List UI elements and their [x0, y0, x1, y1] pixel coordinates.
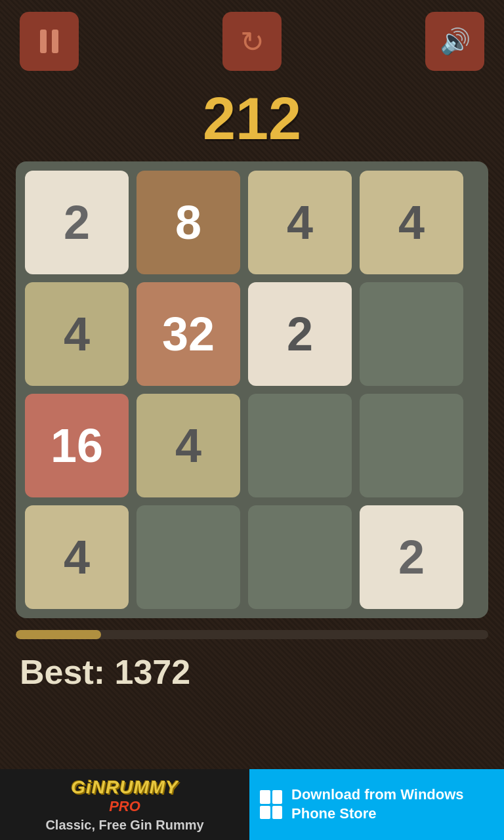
- ad-cta-text: Download from Windows Phone Store: [291, 786, 494, 823]
- toolbar: ↻ 🔊: [0, 0, 504, 83]
- tile-0-3: 4: [360, 171, 463, 274]
- tile-1-1: 32: [136, 282, 240, 386]
- score-display: 212: [0, 83, 504, 161]
- pause-icon: [40, 30, 58, 53]
- tile-value-1-1: 32: [162, 307, 215, 361]
- tile-value-2-1: 4: [175, 419, 201, 472]
- tile-0-1: 8: [136, 171, 240, 274]
- progress-bar-fill: [16, 630, 101, 639]
- pause-button[interactable]: [20, 12, 79, 71]
- tile-2-0: 16: [25, 394, 129, 497]
- tile-0-0: 2: [25, 171, 129, 274]
- ad-cta-button[interactable]: Download from Windows Phone Store: [249, 769, 504, 840]
- best-score-section: Best: 1372: [0, 639, 504, 698]
- tile-value-1-0: 4: [64, 307, 90, 361]
- tile-value-0-3: 4: [398, 196, 425, 249]
- tile-3-0: 4: [25, 505, 129, 609]
- tile-3-2: [248, 505, 352, 609]
- tile-3-1: [136, 505, 240, 609]
- tile-value-1-2: 2: [287, 307, 313, 361]
- ad-left: GiNRUMMY PRO Classic, Free Gin Rummy: [0, 769, 249, 840]
- ad-banner[interactable]: GiNRUMMY PRO Classic, Free Gin Rummy Dow…: [0, 769, 504, 840]
- game-board[interactable]: 2844432216442: [16, 161, 488, 618]
- tile-value-0-0: 2: [64, 196, 90, 249]
- ad-subtitle: Classic, Free Gin Rummy: [45, 818, 203, 833]
- sound-icon: 🔊: [440, 27, 471, 56]
- tile-1-3: [360, 282, 463, 386]
- sound-button[interactable]: 🔊: [425, 12, 484, 71]
- tile-3-3: 2: [360, 505, 463, 609]
- tile-value-0-2: 4: [287, 196, 313, 249]
- progress-bar-container: [16, 630, 488, 639]
- tile-2-2: [248, 394, 352, 497]
- tile-1-2: 2: [248, 282, 352, 386]
- tile-2-3: [360, 394, 463, 497]
- restart-icon: ↻: [240, 25, 264, 58]
- score-value: 212: [0, 89, 504, 148]
- gin-pro-label: PRO: [109, 798, 140, 815]
- best-score-label: Best: 1372: [20, 653, 190, 691]
- gin-rummy-logo: GiNRUMMY: [71, 777, 178, 798]
- tile-2-1: 4: [136, 394, 240, 497]
- tile-0-2: 4: [248, 171, 352, 274]
- tile-value-3-0: 4: [64, 530, 90, 584]
- windows-store-icon: [260, 790, 282, 819]
- tile-value-0-1: 8: [175, 196, 201, 249]
- tile-value-3-3: 2: [398, 530, 425, 584]
- tile-value-2-0: 16: [51, 419, 103, 472]
- restart-button[interactable]: ↻: [222, 12, 282, 71]
- tile-1-0: 4: [25, 282, 129, 386]
